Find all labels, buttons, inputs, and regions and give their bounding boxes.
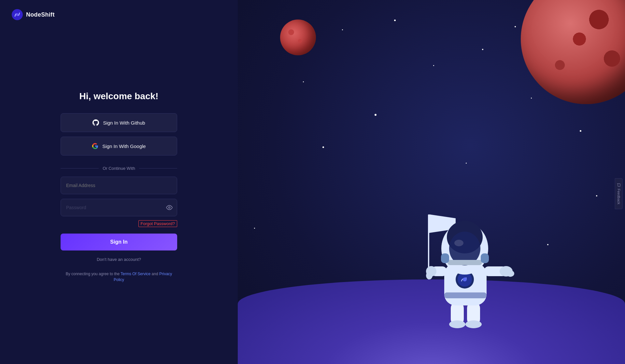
svg-rect-10	[444, 292, 487, 298]
star	[580, 130, 581, 132]
divider-line-left	[61, 168, 99, 169]
email-input[interactable]	[61, 177, 177, 194]
star	[254, 228, 255, 229]
divider-text: Or Continue With	[103, 166, 135, 171]
astronaut-scene	[391, 195, 527, 338]
svg-point-8	[465, 320, 482, 328]
astronaut-svg	[391, 195, 527, 338]
star	[375, 114, 376, 116]
svg-point-1	[16, 13, 19, 16]
toggle-password-button[interactable]	[166, 204, 173, 211]
divider-line-right	[139, 168, 177, 169]
terms-middle: and	[150, 272, 159, 276]
github-btn-label: Sign In With Github	[103, 120, 145, 126]
logo-text: NodeShift	[26, 11, 55, 18]
svg-rect-25	[447, 260, 482, 265]
welcome-heading: Hi, welcome back!	[79, 91, 159, 101]
star	[394, 20, 396, 21]
github-signin-button[interactable]: Sign In With Github	[61, 113, 177, 132]
star	[596, 195, 597, 196]
google-btn-label: Sign In With Google	[102, 143, 146, 149]
star	[322, 146, 324, 148]
feedback-label: Feedback	[617, 189, 620, 204]
star	[531, 98, 532, 99]
right-panel: Feedback	[238, 0, 625, 364]
star	[515, 26, 516, 27]
svg-point-7	[449, 320, 465, 328]
feedback-tab[interactable]: Feedback	[615, 178, 622, 209]
svg-rect-26	[441, 253, 449, 263]
star	[547, 244, 548, 245]
left-panel: NodeShift Hi, welcome back! Sign In With…	[0, 0, 238, 364]
password-input[interactable]	[61, 199, 177, 216]
star	[433, 65, 434, 66]
divider-row: Or Continue With	[61, 166, 177, 171]
logo-area: NodeShift	[0, 0, 238, 29]
github-icon	[92, 119, 99, 126]
small-planet	[280, 20, 316, 55]
svg-point-24	[454, 240, 463, 246]
no-account-text: Don't have an account?	[97, 257, 141, 262]
forgot-password-link[interactable]: Forgot Password?	[138, 220, 178, 227]
svg-point-16	[426, 272, 433, 279]
sign-in-button[interactable]: Sign In	[61, 234, 177, 250]
form-container: Hi, welcome back! Sign In With Github Si…	[0, 29, 238, 364]
forgot-password-row: Forgot Password?	[61, 220, 177, 227]
terms-text: By connecting you agree to the Terms Of …	[64, 271, 174, 283]
svg-point-2	[169, 207, 170, 209]
terms-prefix: By connecting you agree to the	[66, 272, 121, 276]
star	[342, 29, 343, 30]
svg-point-19	[506, 270, 514, 277]
eye-icon	[166, 204, 173, 211]
star	[482, 49, 483, 50]
google-icon	[92, 143, 98, 149]
svg-rect-27	[481, 253, 489, 263]
nodeshift-logo-icon	[12, 9, 23, 20]
star	[303, 81, 304, 82]
google-signin-button[interactable]: Sign In With Google	[61, 137, 177, 155]
feedback-icon	[617, 183, 620, 187]
terms-of-service-link[interactable]: Terms Of Service	[121, 272, 150, 276]
svg-point-13	[463, 277, 467, 281]
password-wrapper	[61, 199, 177, 216]
star	[466, 163, 467, 164]
